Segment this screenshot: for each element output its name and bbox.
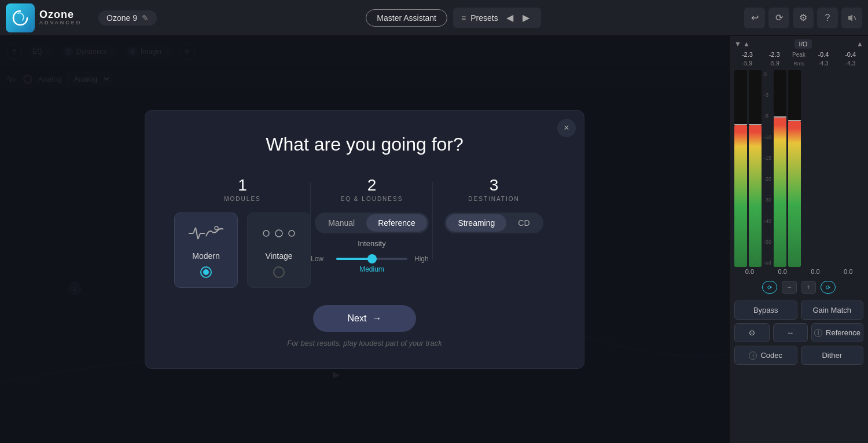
vintage-card[interactable]: Vintage bbox=[247, 213, 311, 288]
logo-text: Ozone ADVANCED bbox=[39, 9, 82, 27]
vintage-radio[interactable] bbox=[273, 266, 285, 278]
destination-toggle-group: Streaming CD bbox=[444, 213, 543, 233]
meter-rms-header: -5.9 -5.9 Rms -4.3 -4.3 bbox=[730, 59, 868, 68]
left-link-button[interactable]: ⟳ bbox=[762, 281, 777, 294]
bypass-gainmatch-row: Bypass Gain Match bbox=[734, 301, 863, 320]
right-panel: ▼ ▲ I/O ▲ -2.3 -2.3 Peak -0.4 -0.4 -5.9 … bbox=[729, 36, 868, 443]
streaming-toggle[interactable]: Streaming bbox=[446, 214, 506, 232]
bypass-button[interactable]: Bypass bbox=[734, 301, 797, 320]
meter-controls: ⟳ − + ⟳ bbox=[730, 279, 868, 297]
meter-up-right-button[interactable]: ▲ bbox=[856, 40, 863, 48]
step-eq: 2 EQ & LOUDNESS Manual Reference Intensi… bbox=[311, 176, 433, 288]
slider-thumb[interactable] bbox=[367, 254, 377, 263]
mute-button[interactable] bbox=[841, 8, 862, 28]
logo-area: Ozone ADVANCED bbox=[6, 3, 98, 32]
arrow-buttons-right: ▲ bbox=[856, 40, 863, 48]
modern-card[interactable]: Modern bbox=[174, 213, 238, 288]
meter-up-button[interactable]: ▲ bbox=[743, 40, 750, 48]
arrow-button[interactable]: ↔ bbox=[773, 323, 808, 342]
medium-tick: Medium bbox=[359, 265, 384, 273]
arrow-icon: ↔ bbox=[786, 328, 794, 337]
arrow-buttons: ▼ ▲ bbox=[734, 40, 750, 48]
svg-line-21 bbox=[196, 228, 198, 239]
gain-match-button[interactable]: Gain Match bbox=[801, 301, 864, 320]
right-thumb-r bbox=[788, 120, 801, 121]
meter-bot-1: 0.0 bbox=[774, 268, 791, 275]
svg-line-22 bbox=[198, 233, 200, 239]
reference-button[interactable]: i Reference bbox=[811, 323, 863, 342]
step2-label: EQ & LOUDNESS bbox=[341, 196, 403, 202]
settings-button[interactable]: ⚙ bbox=[793, 8, 814, 28]
codec-dither-row: i Codec Dither bbox=[734, 346, 863, 365]
dual-icon: ⊙ bbox=[749, 328, 755, 337]
rms-label: Rms bbox=[789, 61, 810, 67]
hint-text: For best results, play loudest part of y… bbox=[287, 339, 442, 347]
meter-bot-0: 0.0 bbox=[741, 268, 758, 275]
left-bar-l bbox=[734, 125, 747, 267]
bars-icon: ≡ bbox=[461, 13, 466, 23]
left-thumb-l bbox=[734, 124, 747, 125]
meter-bot-2: 0.0 bbox=[807, 268, 824, 275]
meter-values-header: -2.3 -2.3 Peak -0.4 -0.4 bbox=[730, 50, 868, 59]
next-preset-button[interactable]: ▶ bbox=[519, 11, 533, 24]
right-link-button[interactable]: ⟳ bbox=[821, 281, 836, 294]
right-meter-pair bbox=[774, 70, 801, 267]
center-controls: Master Assistant ≡ Presets ◀ ▶ bbox=[163, 8, 744, 28]
master-assistant-button[interactable]: Master Assistant bbox=[366, 9, 447, 27]
step-modules: 1 MODULES bbox=[174, 176, 311, 288]
eq-toggle-group: Manual Reference bbox=[315, 213, 429, 233]
left-peak-val: -2.3 bbox=[734, 51, 760, 58]
high-label: High bbox=[414, 255, 433, 263]
next-arrow-icon: → bbox=[372, 313, 381, 324]
undo-button[interactable]: ↩ bbox=[744, 8, 765, 28]
next-button[interactable]: Next → bbox=[313, 305, 417, 332]
slider-track[interactable] bbox=[336, 258, 407, 260]
io-rms-r: -4.3 bbox=[837, 60, 863, 67]
modern-icon bbox=[189, 225, 223, 246]
top-bar: Ozone ADVANCED Ozone 9 ✎ Master Assistan… bbox=[0, 0, 868, 36]
preset-area[interactable]: Ozone 9 ✎ bbox=[98, 10, 157, 25]
dither-button[interactable]: Dither bbox=[801, 346, 864, 365]
right-rms-val: -5.9 bbox=[762, 60, 788, 67]
next-label: Next bbox=[348, 313, 367, 324]
io-peak-l: -0.4 bbox=[811, 51, 837, 58]
preset-name: Ozone 9 bbox=[106, 13, 137, 23]
right-bar-l bbox=[774, 118, 786, 267]
right-peak-val: -2.3 bbox=[762, 51, 788, 58]
main-content: ? EQ × 3 Dynamics × 4 Imager × + bbox=[0, 36, 868, 443]
slider-row: Low High bbox=[311, 255, 433, 263]
reference-toggle[interactable]: Reference bbox=[366, 214, 427, 232]
bottom-buttons: Bypass Gain Match ⊙ ↔ i Reference i Code… bbox=[730, 297, 868, 371]
vintage-icon bbox=[262, 225, 296, 246]
right-thumb-l bbox=[774, 116, 786, 118]
step-destination: 3 DESTINATION Streaming CD bbox=[433, 176, 555, 288]
manual-toggle[interactable]: Manual bbox=[317, 214, 366, 232]
presets-label: Presets bbox=[470, 13, 498, 23]
step1-number: 1 bbox=[238, 176, 247, 195]
meter-down-button[interactable]: ▼ bbox=[734, 40, 741, 48]
history-button[interactable]: ⟳ bbox=[768, 8, 789, 28]
prev-preset-button[interactable]: ◀ bbox=[503, 11, 517, 24]
step3-number: 3 bbox=[490, 176, 499, 195]
slider-labels: Medium bbox=[311, 265, 433, 273]
right-meter-r bbox=[788, 70, 801, 267]
daw-area: ? EQ × 3 Dynamics × 4 Imager × + bbox=[0, 36, 729, 443]
codec-button[interactable]: i Codec bbox=[734, 346, 797, 365]
meter-minus-button[interactable]: − bbox=[782, 281, 796, 294]
dither-label: Dither bbox=[822, 351, 842, 360]
right-meter-l bbox=[774, 70, 786, 267]
left-meter-pair bbox=[734, 70, 762, 267]
modal-title: What are you going for? bbox=[174, 134, 555, 155]
modern-radio[interactable] bbox=[200, 266, 212, 278]
presets-area: ≡ Presets ◀ ▶ bbox=[453, 8, 541, 28]
meter-bot-3: 0.0 bbox=[840, 268, 857, 275]
cd-toggle[interactable]: CD bbox=[506, 214, 541, 232]
dual-button[interactable]: ⊙ bbox=[734, 323, 770, 342]
edit-icon[interactable]: ✎ bbox=[142, 13, 149, 23]
help-button[interactable]: ? bbox=[817, 8, 838, 28]
meter-bars-container: 0 -3 -6 -10 -15 -20 -30 -40 -50 -inf bbox=[730, 68, 868, 265]
left-meter-r bbox=[749, 70, 762, 267]
modal-close-button[interactable]: × bbox=[557, 119, 576, 137]
svg-point-24 bbox=[215, 226, 218, 230]
meter-plus-button[interactable]: + bbox=[801, 281, 816, 294]
